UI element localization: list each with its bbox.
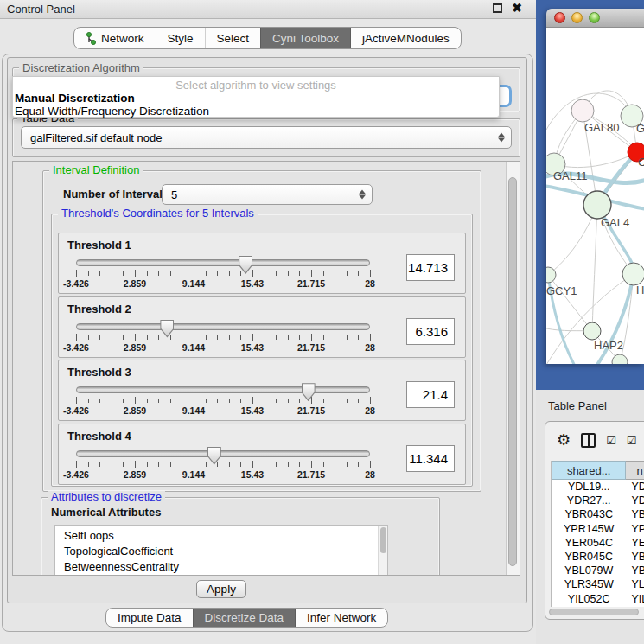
settings-vertical-scrollbar[interactable]: [506, 162, 520, 575]
threshold-value-field[interactable]: 21.4: [406, 381, 455, 408]
slider-track[interactable]: [76, 450, 370, 457]
table-row[interactable]: YPR145W YPR1: [552, 522, 644, 536]
slider-ticks: [76, 461, 370, 469]
network-nodes: [546, 99, 644, 364]
column-header-name[interactable]: n: [626, 461, 644, 480]
slider-tick-labels: -3.4262.8599.14415.4321.71528: [76, 278, 370, 289]
table-row[interactable]: YBL079W YBL0: [552, 564, 644, 577]
cell-shared-name[interactable]: YIL052C: [552, 592, 626, 606]
attribute-list-item[interactable]: SelfLoops: [55, 526, 387, 544]
tab-discretize-data[interactable]: Discretize Data: [193, 609, 296, 627]
attribute-list-item[interactable]: BetweennessCentrality: [55, 559, 387, 575]
checkbox-icon[interactable]: ☑: [627, 435, 637, 446]
cell-name[interactable]: YER0: [626, 536, 644, 550]
cell-shared-name[interactable]: YLR345W: [552, 577, 626, 591]
settings-scroll-viewport: Interval Definition Number of Intervals …: [12, 161, 520, 576]
tick-label: 2.859: [124, 405, 146, 416]
mac-zoom-icon[interactable]: [589, 12, 600, 23]
threshold-value-field[interactable]: 14.713: [406, 254, 455, 281]
node-hap2[interactable]: [583, 322, 601, 340]
table-row[interactable]: YLR345W YLR3: [552, 577, 644, 591]
slider-track[interactable]: [76, 386, 370, 393]
table-row[interactable]: YDR27... YDR2: [552, 494, 644, 507]
tab-label: Impute Data: [118, 611, 182, 624]
number-of-intervals-combobox[interactable]: 5: [162, 184, 373, 205]
cell-shared-name[interactable]: YBL079W: [552, 564, 626, 577]
slider-track[interactable]: [76, 259, 370, 266]
cell-shared-name[interactable]: YDL19...: [552, 480, 626, 494]
network-window-titlebar[interactable]: [546, 9, 644, 28]
discretization-algorithm-group-title: Discretization Algorithm: [19, 62, 143, 73]
algorithm-option[interactable]: Manual Discretization: [13, 92, 499, 105]
threshold-panel: Threshold 4 -3.4262.8599.14415.4321.7152…: [58, 424, 466, 485]
tab-select[interactable]: Select: [205, 28, 261, 48]
cell-shared-name[interactable]: YPR145W: [552, 522, 626, 536]
algorithm-option[interactable]: Equal Width/Frequency Discretization: [13, 105, 499, 118]
tab-network[interactable]: Network: [74, 28, 156, 48]
threshold-slider[interactable]: -3.4262.8599.14415.4321.71528: [76, 320, 370, 354]
slider-ticks: [76, 334, 370, 341]
checkbox-icon[interactable]: ☑: [606, 435, 616, 446]
tick-label: 15.43: [241, 278, 264, 289]
threshold-slider[interactable]: -3.4262.8599.14415.4321.71528: [76, 383, 370, 418]
slider-track[interactable]: [76, 323, 370, 330]
table-panel-title: Table Panel: [548, 399, 607, 412]
table-data-combobox[interactable]: galFiltered.sif default node: [21, 126, 512, 149]
threshold-slider[interactable]: -3.4262.8599.14415.4321.71528: [76, 256, 370, 290]
mac-close-icon[interactable]: [554, 12, 565, 23]
attributes-list-scrollbar[interactable]: [378, 526, 387, 576]
slider-tick-labels: -3.4262.8599.14415.4321.71528: [76, 469, 370, 480]
cell-name[interactable]: YBL0: [626, 564, 644, 577]
node-gal80[interactable]: [571, 99, 594, 122]
combobox-arrows-icon: [359, 190, 366, 200]
algorithm-dropdown-popup: Select algorithm to view settings Manual…: [12, 76, 500, 118]
cell-name[interactable]: YLR3: [626, 577, 644, 591]
cell-name[interactable]: YIL0: [626, 592, 644, 606]
node-label-gcy1: GCY1: [546, 284, 577, 297]
tab-jactivemnodules[interactable]: jActiveMNodules: [350, 28, 461, 48]
network-canvas[interactable]: GAL80 G C GAL11 GAL4 GCY1 H HAP2: [546, 28, 644, 364]
apply-button[interactable]: Apply: [196, 580, 246, 598]
cell-shared-name[interactable]: YDR27...: [552, 494, 626, 507]
table-row[interactable]: YBR043C YBR0: [552, 507, 644, 521]
tick-label: 28: [365, 405, 375, 416]
tick-label: 21.715: [297, 278, 325, 289]
cell-shared-name[interactable]: YBR043C: [552, 507, 626, 521]
tab-label: Network: [101, 32, 144, 45]
columns-icon[interactable]: [581, 433, 596, 448]
table-row[interactable]: YBR045C YBR0: [552, 550, 644, 564]
gear-icon[interactable]: ⚙: [557, 432, 571, 448]
node-gal4[interactable]: [583, 191, 611, 219]
threshold-value-field[interactable]: 6.316: [406, 318, 455, 345]
number-of-intervals-label: Number of Intervals: [63, 188, 169, 201]
close-icon[interactable]: ✖: [512, 3, 522, 13]
table-row[interactable]: YDL19... YDL1: [552, 480, 644, 494]
table-row[interactable]: YIL052C YIL0: [552, 592, 644, 606]
attribute-list-item[interactable]: TopologicalCoefficient: [55, 544, 387, 559]
threshold-value-field[interactable]: 11.344: [406, 445, 455, 472]
column-header-shared-name[interactable]: shared...: [552, 461, 626, 480]
tab-infer-network[interactable]: Infer Network: [295, 609, 387, 627]
table-horizontal-scrollbar[interactable]: [549, 609, 644, 616]
cell-name[interactable]: YBR0: [626, 550, 644, 564]
cell-name[interactable]: YDL1: [626, 480, 644, 494]
cell-shared-name[interactable]: YBR045C: [552, 550, 626, 564]
threshold-slider[interactable]: -3.4262.8599.14415.4321.71528: [76, 447, 370, 481]
cell-name[interactable]: YPR1: [626, 522, 644, 536]
network-icon: [86, 32, 97, 45]
mac-minimize-icon[interactable]: [571, 12, 583, 23]
cell-shared-name[interactable]: YER054C: [552, 536, 626, 550]
threshold-panel: Threshold 2 -3.4262.8599.14415.4321.7152…: [58, 296, 466, 358]
node-right-mid[interactable]: [622, 263, 644, 285]
cell-name[interactable]: YBR0: [626, 507, 644, 521]
combobox-arrows-icon: [498, 133, 505, 143]
tab-impute-data[interactable]: Impute Data: [106, 609, 193, 627]
float-window-icon[interactable]: [493, 3, 502, 13]
tab-style[interactable]: Style: [156, 28, 205, 48]
tick-label: 28: [365, 342, 375, 353]
cell-name[interactable]: YDR2: [626, 494, 644, 507]
tab-cyni-toolbox[interactable]: Cyni Toolbox: [260, 28, 350, 48]
table-row[interactable]: YER054C YER0: [552, 536, 644, 550]
control-panel-title: Control Panel: [7, 3, 75, 16]
tick-label: 9.144: [182, 278, 205, 289]
